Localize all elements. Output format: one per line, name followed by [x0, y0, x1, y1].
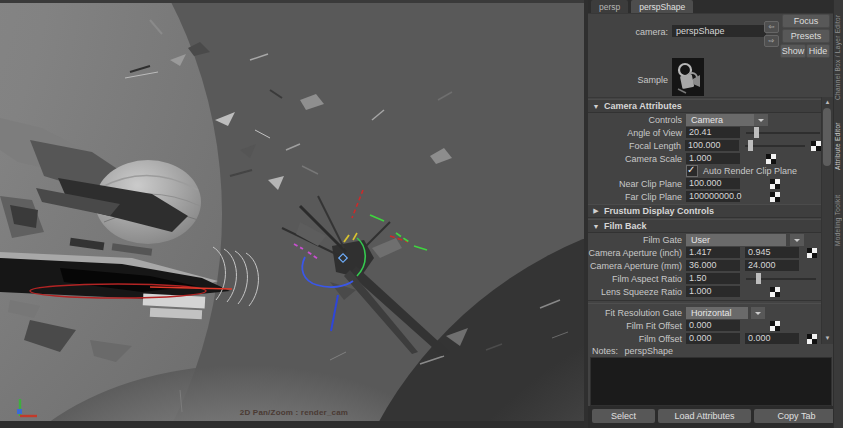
row-focal-length: Focal Length 100.000 — [588, 139, 821, 152]
attribute-scroll-area: ▼ Camera Attributes Controls Camera Angl… — [588, 97, 821, 345]
fit-resolution-dropdown[interactable]: Horizontal — [686, 307, 748, 319]
row-film-gate: Film Gate User — [588, 233, 821, 246]
section-expanded-icon: ▼ — [588, 103, 604, 110]
film-offset-x-field[interactable]: 0.000 — [686, 333, 740, 344]
chevron-down-icon[interactable] — [751, 307, 765, 319]
sample-label: Sample — [592, 75, 668, 85]
select-button[interactable]: Select — [592, 409, 655, 423]
angle-of-view-field[interactable]: 20.41 — [686, 127, 740, 138]
scroll-down-icon[interactable]: ▼ — [823, 334, 832, 343]
show-button[interactable]: Show — [780, 44, 806, 58]
auto-render-clip-checkbox[interactable] — [686, 165, 698, 177]
output-connection-icon[interactable]: ⇨ — [764, 35, 779, 47]
texture-map-icon[interactable] — [770, 179, 780, 189]
scroll-up-icon[interactable]: ▲ — [823, 98, 832, 107]
row-fit-resolution-gate: Fit Resolution Gate Horizontal — [588, 306, 821, 319]
texture-map-icon[interactable] — [811, 141, 821, 151]
vertical-tab-modeling-toolkit[interactable]: Modeling Toolkit — [834, 176, 843, 246]
controls-dropdown[interactable]: Camera — [686, 114, 754, 126]
focal-length-field[interactable]: 100.000 — [685, 140, 739, 151]
texture-map-icon[interactable] — [807, 334, 817, 344]
scrollbar-thumb[interactable] — [823, 108, 831, 166]
viewport-bottom-border — [0, 421, 588, 428]
pan-zoom-hud: 2D Pan/Zoom : render_cam — [0, 408, 588, 417]
film-offset-y-field[interactable]: 0.000 — [745, 333, 799, 344]
row-angle-of-view: Angle of View 20.41 — [588, 126, 821, 139]
section-collapsed-icon: ▶ — [588, 207, 604, 215]
right-dock-strip: Channel Box / Layer Editor Attribute Edi… — [833, 0, 843, 428]
copy-tab-button[interactable]: Copy Tab — [754, 409, 839, 423]
input-connection-icon[interactable]: ⇦ — [764, 21, 779, 33]
camera-name-field[interactable]: perspShape — [672, 25, 766, 37]
vertical-tab-channel-box[interactable]: Channel Box / Layer Editor — [834, 4, 843, 100]
texture-map-icon[interactable] — [807, 248, 817, 258]
vertical-tab-attribute-editor[interactable]: Attribute Editor — [834, 104, 843, 170]
film-aspect-field[interactable]: 1.50 — [686, 273, 740, 284]
aperture-mm-x-field[interactable]: 36.000 — [686, 260, 740, 271]
node-tabbar: persp perspShape — [588, 0, 843, 14]
slider-handle[interactable] — [748, 140, 753, 151]
row-camera-scale: Camera Scale 1.000 — [588, 152, 821, 165]
section-camera-attributes[interactable]: ▼ Camera Attributes — [588, 99, 821, 113]
focus-button[interactable]: Focus — [782, 14, 830, 28]
angle-of-view-slider[interactable] — [746, 127, 820, 138]
far-clip-field[interactable]: 100000000.0 — [686, 191, 740, 202]
viewport-scene — [0, 0, 588, 428]
chevron-down-icon[interactable] — [790, 234, 804, 246]
notes-textarea[interactable] — [590, 357, 832, 406]
row-film-fit-offset: Film Fit Offset 0.000 — [588, 319, 821, 332]
row-aperture-inch: Camera Aperture (inch) 1.417 0.945 — [588, 246, 821, 259]
notes-node-name: perspShape — [625, 346, 674, 356]
film-fit-offset-field[interactable]: 0.000 — [686, 320, 740, 331]
tab-perspShape[interactable]: perspShape — [631, 0, 693, 13]
hide-button[interactable]: Hide — [806, 44, 830, 58]
row-controls: Controls Camera — [588, 113, 821, 126]
panel-header: camera: perspShape ⇦ ⇨ Focus Presets Sho… — [588, 13, 843, 97]
slider-handle[interactable] — [756, 273, 761, 284]
sample-swatch[interactable] — [672, 58, 704, 96]
row-far-clip: Far Clip Plane 100000000.0 — [588, 190, 821, 203]
aperture-mm-y-field[interactable]: 24.000 — [745, 260, 799, 271]
near-clip-field[interactable]: 100.000 — [686, 178, 740, 189]
chevron-down-icon[interactable] — [754, 114, 768, 126]
section-frustum-display[interactable]: ▶ Frustum Display Controls — [588, 204, 821, 218]
row-near-clip: Near Clip Plane 100.000 — [588, 177, 821, 190]
presets-button[interactable]: Presets — [782, 29, 830, 43]
texture-map-icon[interactable] — [770, 321, 780, 331]
load-attributes-button[interactable]: Load Attributes — [658, 409, 751, 423]
camera-sample-icon — [672, 58, 704, 96]
lens-squeeze-field[interactable]: 1.000 — [686, 286, 740, 297]
row-film-aspect: Film Aspect Ratio 1.50 — [588, 272, 821, 285]
notes-label: Notes: — [592, 346, 618, 356]
panel-footer: Select Load Attributes Copy Tab — [588, 406, 843, 428]
row-auto-render-clip: Auto Render Clip Plane — [588, 165, 821, 177]
notes-row: Notes: perspShape — [592, 346, 673, 356]
tab-persp[interactable]: persp — [591, 0, 628, 13]
maya-window: 2D Pan/Zoom : render_cam persp perspShap… — [0, 0, 843, 428]
slider-handle[interactable] — [754, 127, 759, 138]
section-expanded-icon: ▼ — [588, 223, 604, 230]
viewport-3d[interactable]: 2D Pan/Zoom : render_cam — [0, 0, 588, 428]
attribute-editor: persp perspShape camera: perspShape ⇦ ⇨ … — [588, 0, 843, 428]
row-aperture-mm: Camera Aperture (mm) 36.000 24.000 — [588, 259, 821, 272]
aperture-inch-y-field[interactable]: 0.945 — [745, 247, 799, 258]
shake-enabled-checkbox[interactable] — [686, 345, 698, 346]
texture-map-icon[interactable] — [770, 287, 780, 297]
film-gate-dropdown[interactable]: User — [686, 234, 786, 246]
row-lens-squeeze: Lens Squeeze Ratio 1.000 — [588, 285, 821, 298]
panel-scrollbar[interactable]: ▲ ▼ — [821, 97, 833, 344]
row-film-offset: Film Offset 0.000 0.000 — [588, 332, 821, 345]
camera-field-label: camera: — [592, 27, 668, 37]
separator — [588, 300, 821, 304]
texture-map-icon[interactable] — [770, 192, 780, 202]
aperture-inch-x-field[interactable]: 1.417 — [686, 247, 740, 258]
viewport-top-border — [0, 0, 588, 3]
section-film-back[interactable]: ▼ Film Back — [588, 219, 821, 233]
film-aspect-slider[interactable] — [746, 273, 816, 284]
focal-length-slider[interactable] — [745, 140, 805, 151]
camera-scale-field[interactable]: 1.000 — [686, 153, 740, 164]
texture-map-icon[interactable] — [766, 154, 776, 164]
